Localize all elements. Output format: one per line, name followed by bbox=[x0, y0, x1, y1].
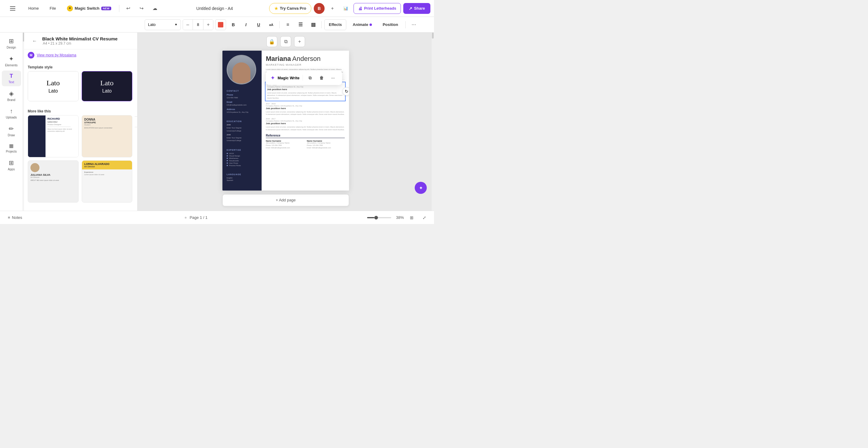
effects-button[interactable]: Effects bbox=[324, 19, 346, 30]
template-style-section-label: Template style bbox=[23, 62, 137, 71]
undo-button[interactable]: ↩ bbox=[123, 3, 134, 14]
template-font-small-1: Lato bbox=[49, 88, 58, 94]
grid-view-button[interactable]: ⊞ bbox=[407, 213, 416, 222]
reference-label: Reference bbox=[266, 134, 345, 138]
exp3-desc: Lorem ipsum dolor sit amet, consectetur … bbox=[266, 126, 345, 131]
magic-switch-button[interactable]: ✦ Magic Switch NEW bbox=[63, 3, 116, 14]
duplicate-button[interactable]: ⧉ bbox=[280, 36, 291, 47]
canvas-scroll-thumb bbox=[432, 33, 434, 38]
home-button[interactable]: Home bbox=[24, 3, 43, 14]
expertise-item-4: Storyboards bbox=[227, 159, 257, 162]
exp3-company: Company Name | 123 Anywhere St., Any Cit… bbox=[266, 120, 345, 122]
more-options-button[interactable]: ··· bbox=[408, 19, 419, 30]
canvas-top-controls: 🔒 ⧉ + bbox=[267, 33, 305, 50]
text-color-button[interactable] bbox=[215, 19, 226, 30]
edu2-degree: Enter Your Degree bbox=[227, 137, 257, 140]
draw-icon: ✏ bbox=[9, 125, 14, 132]
magic-write-more-button[interactable]: ··· bbox=[329, 73, 337, 82]
sidebar-item-elements-label: Elements bbox=[5, 64, 18, 67]
sidebar-item-design[interactable]: ⊞ Design bbox=[2, 35, 21, 52]
top-toolbar: Home File ✦ Magic Switch NEW ↩ ↪ ☁ Untit… bbox=[0, 0, 434, 17]
rotation-handle[interactable]: ↻ bbox=[342, 87, 349, 96]
expertise-item-1: UI/UX bbox=[227, 152, 257, 155]
add-item-button[interactable]: + bbox=[327, 3, 338, 14]
user-avatar-button[interactable]: B bbox=[314, 3, 324, 14]
panel-size-label: A4 • 21 x 29.7 cm bbox=[43, 41, 118, 46]
magic-write-copy-button[interactable]: ⧉ bbox=[306, 73, 314, 82]
font-family-selector[interactable]: Lato ▼ bbox=[145, 19, 181, 30]
panel-back-button[interactable]: ← bbox=[30, 36, 39, 46]
case-button[interactable]: aA bbox=[266, 19, 277, 30]
resume-photo bbox=[227, 55, 256, 84]
format-separator-3 bbox=[405, 21, 406, 28]
add-page-button[interactable]: + Add page bbox=[222, 194, 349, 206]
sidebar-item-elements[interactable]: ✦ Elements bbox=[2, 53, 21, 69]
align-center-button[interactable]: ☰ bbox=[295, 19, 306, 30]
canvas-area: 🔒 ⧉ + Contact Phone bbox=[137, 33, 434, 211]
sidebar-item-uploads[interactable]: ↑ Uploads bbox=[2, 105, 21, 121]
sidebar-item-draw-label: Draw bbox=[8, 133, 15, 137]
resume-main-content: Mariana Anderson Marketing Manager Lorem… bbox=[261, 51, 349, 190]
template-font-small-2: Lato bbox=[102, 88, 112, 94]
add-section-button[interactable]: + bbox=[294, 36, 305, 47]
experience-item-3[interactable]: 2015 - 2017 Company Name | 123 Anywhere … bbox=[266, 118, 345, 131]
font-size-increase-button[interactable]: + bbox=[204, 19, 213, 30]
fullscreen-button[interactable]: ⤢ bbox=[420, 213, 429, 222]
font-size-input[interactable] bbox=[193, 19, 204, 30]
reference-1: Name Surname Job position, Company Name … bbox=[266, 140, 304, 149]
sidebar-item-brand[interactable]: ◈ Brand bbox=[2, 87, 21, 104]
sidebar-item-projects[interactable]: ▦ Projects bbox=[2, 141, 21, 155]
share-button[interactable]: ↗ Share bbox=[403, 3, 430, 14]
notes-button[interactable]: ≡ Notes bbox=[5, 215, 25, 220]
experience-item-2[interactable]: 2017 - 2019 Company Name | 123 Anywhere … bbox=[266, 103, 345, 116]
template-card-dark[interactable]: Lato Lato bbox=[82, 71, 133, 101]
apps-icon: ⊞ bbox=[9, 159, 14, 167]
lock-button[interactable]: 🔒 bbox=[267, 36, 277, 47]
panel-scrollable[interactable]: Template style Lato Lato Lato Lato More … bbox=[23, 62, 137, 211]
print-letterheads-button[interactable]: 🖨 Print Letterheads bbox=[353, 3, 401, 14]
contact-label: Contact bbox=[227, 90, 257, 92]
edu2-year: 2008 bbox=[227, 133, 257, 137]
analytics-button[interactable]: 📊 bbox=[340, 3, 351, 14]
page-dot bbox=[185, 217, 187, 218]
panel-scroll-thumb bbox=[23, 33, 24, 41]
magic-write-delete-button[interactable]: 🗑 bbox=[317, 73, 326, 82]
underline-button[interactable]: U bbox=[253, 19, 264, 30]
experience-item-1[interactable]: 2019 - 2022 Company Name | 123 Anywhere … bbox=[266, 83, 345, 100]
ref2-name: Name Surname bbox=[307, 140, 345, 142]
education-label: Education bbox=[227, 120, 257, 122]
hamburger-menu-button[interactable] bbox=[4, 3, 22, 14]
italic-button[interactable]: I bbox=[241, 19, 251, 30]
position-button[interactable]: Position bbox=[378, 19, 403, 30]
template-thumb-2[interactable]: DONNA STROUPE Student EDUCATION lorem ip… bbox=[82, 115, 133, 157]
align-left-button[interactable]: ≡ bbox=[282, 19, 293, 30]
format-toolbar: Lato ▼ – + B I U aA ≡ ☰ ▤ Effects Animat… bbox=[0, 17, 434, 33]
edu1-year: 2008 bbox=[227, 124, 257, 127]
file-button[interactable]: File bbox=[45, 3, 60, 14]
redo-button[interactable]: ↪ bbox=[136, 3, 147, 14]
author-link[interactable]: View more by Mosalama bbox=[37, 53, 76, 57]
align-right-button[interactable]: ▤ bbox=[308, 19, 318, 30]
cloud-save-button[interactable]: ☁ bbox=[150, 3, 160, 14]
bold-button[interactable]: B bbox=[228, 19, 239, 30]
sidebar-item-text[interactable]: T Text bbox=[2, 70, 21, 86]
template-thumb-1[interactable]: RICHARD SANCHEZ Product Designer About m… bbox=[28, 115, 79, 157]
font-size-decrease-button[interactable]: – bbox=[183, 19, 193, 30]
template-card-light[interactable]: Lato Lato bbox=[28, 71, 79, 101]
exp3-position: Job position here bbox=[266, 122, 345, 125]
help-button[interactable]: ✦ bbox=[415, 182, 427, 194]
lang-spanish: Spanish bbox=[227, 179, 257, 181]
edu1-school: University/College bbox=[227, 130, 257, 133]
try-canva-pro-button[interactable]: ★ Try Canva Pro bbox=[269, 3, 311, 14]
template-thumb-4[interactable]: LORNA ALVARADO Art Director Experience L… bbox=[82, 160, 133, 203]
zoom-percent[interactable]: 38% bbox=[393, 215, 404, 220]
hide-panel-button[interactable]: ‹ bbox=[135, 116, 137, 127]
chevron-down-icon: ▼ bbox=[175, 23, 178, 26]
magic-write-star-icon: ✦ bbox=[271, 75, 275, 81]
template-thumb-3[interactable]: JULIANA SILVA Art Director ABOUT ME lore… bbox=[28, 160, 79, 203]
panel-header: ← Black White Minimalist CV Resume A4 • … bbox=[23, 33, 137, 50]
uploads-icon: ↑ bbox=[10, 108, 13, 115]
sidebar-item-draw[interactable]: ✏ Draw bbox=[2, 123, 21, 139]
sidebar-item-apps[interactable]: ⊞ Apps bbox=[2, 157, 21, 173]
animate-button[interactable]: Animate bbox=[348, 19, 376, 30]
